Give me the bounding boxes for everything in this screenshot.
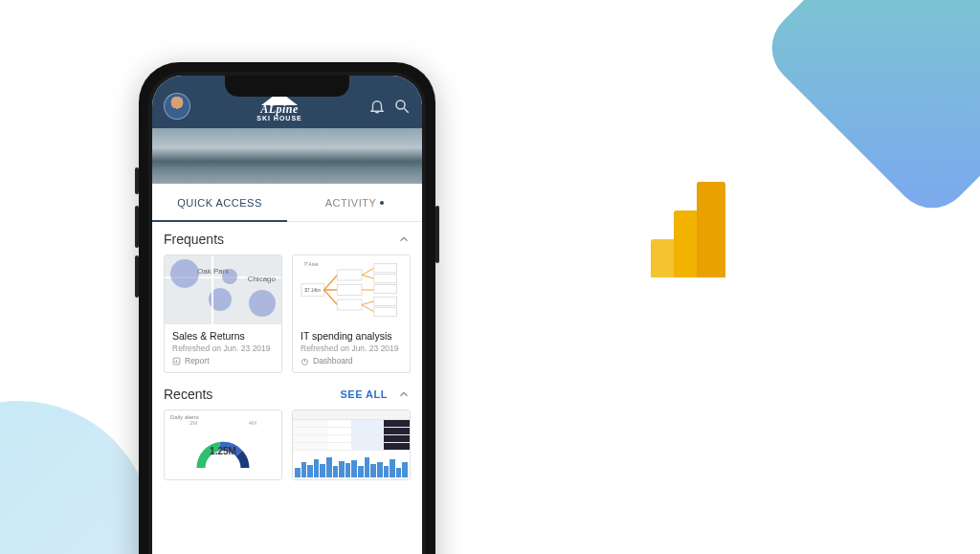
card-title: Sales & Returns (172, 330, 274, 342)
tabs: QUICK ACCESS ACTIVITY (152, 184, 422, 222)
report-icon (172, 357, 181, 366)
cards-row: Daily alerts 2M 4M (164, 410, 411, 480)
background-gradient-top-right (756, 0, 980, 224)
svg-rect-24 (374, 307, 397, 316)
svg-line-9 (324, 275, 338, 290)
tab-label: QUICK ACCESS (177, 197, 262, 209)
svg-rect-13 (337, 285, 362, 296)
svg-rect-14 (337, 299, 362, 310)
background-gradient-bottom-left (0, 401, 153, 554)
mountain-banner-image (152, 128, 422, 184)
table-preview (293, 410, 410, 479)
map-text: Chicago (248, 275, 276, 283)
card-refreshed: Refreshed on Jun. 23 2019 (301, 343, 402, 353)
card-preview: IT Area $7.14bn (293, 255, 410, 324)
card-dashboard-table[interactable] (292, 410, 411, 480)
search-icon[interactable] (393, 98, 411, 115)
svg-line-1 (404, 108, 409, 113)
donut-preview: Daily alerts 2M 4M (165, 410, 281, 479)
cards-row: Oak Park Chicago Sales & Returns Refresh… (164, 255, 411, 373)
chevron-up-icon[interactable] (397, 233, 411, 246)
section-frequents: Frequents Oak Park Chicago (152, 222, 422, 377)
chevron-up-icon[interactable] (397, 388, 411, 401)
card-refreshed: Refreshed on Jun. 23 2019 (172, 343, 274, 353)
section-header: Recents SEE ALL (164, 387, 411, 402)
card-type: Report (172, 356, 274, 366)
svg-rect-21 (374, 275, 397, 283)
tab-quick-access[interactable]: QUICK ACCESS (152, 184, 287, 221)
tab-label: ACTIVITY (325, 197, 377, 209)
bell-icon[interactable] (368, 98, 386, 115)
activity-indicator-dot (380, 201, 384, 205)
dashboard-icon (301, 357, 309, 366)
map-preview: Oak Park Chicago (165, 255, 281, 324)
phone-notch (225, 76, 349, 97)
card-preview: Daily alerts 2M 4M (165, 410, 281, 479)
section-recents: Recents SEE ALL Daily alerts 2M 4M (152, 377, 422, 484)
phone-mockup: ALpine SKI HOUSE QUICK ACCESS ACTIVITY (139, 62, 435, 554)
section-header: Frequents (164, 232, 411, 247)
svg-rect-22 (374, 285, 397, 294)
tab-activity[interactable]: ACTIVITY (287, 184, 422, 221)
card-title: IT spending analysis (301, 330, 402, 342)
card-preview: Oak Park Chicago (165, 255, 281, 324)
card-type: Dashboard (301, 356, 402, 366)
section-title: Frequents (164, 232, 224, 247)
svg-text:IT Area: IT Area (304, 262, 319, 267)
tree-preview: IT Area $7.14bn (293, 255, 410, 324)
phone-screen: ALpine SKI HOUSE QUICK ACCESS ACTIVITY (152, 76, 422, 554)
card-preview (293, 410, 410, 479)
card-it-spending[interactable]: IT Area $7.14bn (292, 255, 411, 373)
svg-point-0 (396, 100, 405, 109)
donut-center-value: 1.25M (210, 446, 236, 456)
svg-rect-20 (374, 264, 397, 273)
svg-line-16 (362, 275, 374, 278)
svg-line-15 (362, 268, 374, 275)
svg-rect-23 (374, 297, 397, 305)
svg-text:$7.14bn: $7.14bn (305, 288, 322, 293)
see-all-link[interactable]: SEE ALL (340, 388, 388, 400)
card-daily-alerts[interactable]: Daily alerts 2M 4M (164, 410, 282, 480)
card-sales-returns[interactable]: Oak Park Chicago Sales & Returns Refresh… (164, 255, 282, 373)
brand-subtitle: SKI HOUSE (256, 115, 302, 122)
svg-line-19 (362, 305, 374, 312)
svg-line-11 (324, 290, 338, 305)
avatar[interactable] (164, 93, 190, 120)
power-bi-icon (651, 182, 737, 277)
section-title: Recents (164, 387, 212, 402)
svg-line-18 (362, 301, 374, 305)
svg-rect-12 (337, 270, 362, 280)
